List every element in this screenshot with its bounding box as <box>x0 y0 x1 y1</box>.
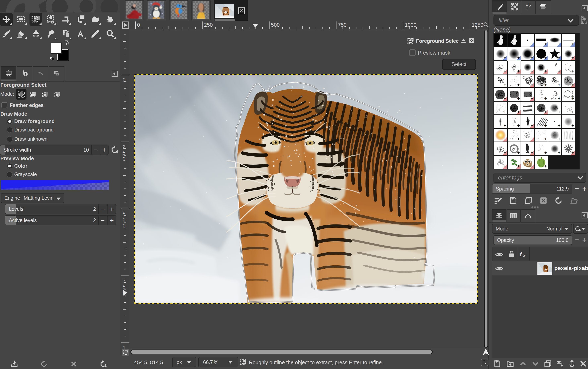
svg-text:500: 500 <box>271 22 279 28</box>
svg-text:b: b <box>528 3 531 7</box>
svg-text:1000: 1000 <box>405 22 416 28</box>
svg-text:0: 0 <box>123 217 125 223</box>
svg-text:0: 0 <box>137 22 140 28</box>
svg-text:5: 5 <box>123 284 125 290</box>
svg-text:250: 250 <box>204 22 213 28</box>
svg-text:750: 750 <box>338 22 347 28</box>
svg-text:c: c <box>527 7 528 10</box>
svg-text:0: 0 <box>123 223 125 229</box>
svg-text:5: 5 <box>123 150 125 156</box>
svg-text:0: 0 <box>123 156 125 162</box>
svg-text:1250: 1250 <box>472 22 483 28</box>
